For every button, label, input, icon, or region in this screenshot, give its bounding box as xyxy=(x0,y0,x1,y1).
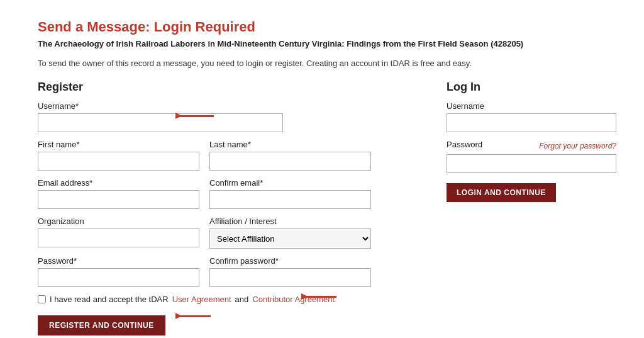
organization-group: Organization xyxy=(38,217,199,249)
confirm-email-group: Confirm email* xyxy=(209,178,371,209)
login-section: Log In Username Password Forgot your pas… xyxy=(447,81,616,335)
login-username-input[interactable] xyxy=(447,113,616,132)
organization-input[interactable] xyxy=(38,228,199,247)
page-title: Send a Message: Login Required xyxy=(38,19,606,35)
agreement-arrow xyxy=(302,296,336,298)
affiliation-group: Affiliation / Interest Select Affiliatio… xyxy=(209,217,371,249)
page-subtitle: The Archaeology of Irish Railroad Labore… xyxy=(38,39,606,48)
confirm-password-group: Confirm password* xyxy=(209,256,371,287)
email-row: Email address* Confirm email* xyxy=(38,178,371,209)
lastname-input[interactable] xyxy=(209,152,371,171)
register-btn-container: REGISTER AND CONTINUE xyxy=(38,309,165,335)
register-arrow-line xyxy=(176,315,211,317)
agreement-arrowhead xyxy=(301,293,308,300)
confirm-password-input[interactable] xyxy=(209,268,371,287)
agreement-checkbox[interactable] xyxy=(38,295,46,303)
login-title: Log In xyxy=(447,81,616,94)
agreement-container: I have read and accept the tDAR User Agr… xyxy=(38,295,371,335)
affiliation-label: Affiliation / Interest xyxy=(209,217,371,226)
login-password-header: Password Forgot your password? xyxy=(447,140,616,152)
agreement-row: I have read and accept the tDAR User Agr… xyxy=(38,295,371,304)
page-intro: To send the owner of this record a messa… xyxy=(38,59,606,68)
register-arrow xyxy=(176,315,211,317)
affiliation-select[interactable]: Select Affiliation Student Professional … xyxy=(209,228,371,249)
password-label: Password* xyxy=(38,256,199,266)
lastname-group: Last name* xyxy=(209,140,371,171)
page-title-highlight: Login Required xyxy=(154,19,255,35)
login-password-label: Password xyxy=(447,140,482,149)
firstname-input[interactable] xyxy=(38,152,199,171)
confirm-email-label: Confirm email* xyxy=(209,178,371,188)
firstname-label: First name* xyxy=(38,140,199,149)
login-password-group: Password Forgot your password? xyxy=(447,140,616,173)
email-group: Email address* xyxy=(38,178,199,209)
login-password-input[interactable] xyxy=(447,154,616,173)
register-arrowhead xyxy=(175,313,182,319)
password-group: Password* xyxy=(38,256,199,287)
lastname-label: Last name* xyxy=(209,140,371,149)
register-section: Register Username* First name* Last name… xyxy=(38,81,371,335)
login-button[interactable]: LOGIN AND CONTINUE xyxy=(447,183,556,202)
password-row: Password* Confirm password* xyxy=(38,256,371,287)
email-label: Email address* xyxy=(38,178,199,188)
name-row: First name* Last name* xyxy=(38,140,371,171)
forgot-password-link[interactable]: Forgot your password? xyxy=(539,142,616,150)
login-username-label: Username xyxy=(447,101,616,111)
register-title: Register xyxy=(38,81,371,94)
confirm-email-input[interactable] xyxy=(209,190,371,209)
arrow-left-icon xyxy=(176,115,214,117)
confirm-password-label: Confirm password* xyxy=(209,256,371,266)
password-input[interactable] xyxy=(38,268,199,287)
username-arrow-indicator xyxy=(176,115,214,117)
agreement-text-static: I have read and accept the tDAR xyxy=(50,295,169,304)
organization-label: Organization xyxy=(38,217,199,226)
user-agreement-link[interactable]: User Agreement xyxy=(172,295,231,304)
org-affiliation-row: Organization Affiliation / Interest Sele… xyxy=(38,217,371,249)
login-username-group: Username xyxy=(447,101,616,132)
firstname-group: First name* xyxy=(38,140,199,171)
agreement-arrow-line xyxy=(302,296,336,298)
and-text: and xyxy=(235,295,249,304)
username-input[interactable] xyxy=(38,113,283,132)
username-label: Username* xyxy=(38,101,371,111)
email-input[interactable] xyxy=(38,190,199,209)
register-button[interactable]: REGISTER AND CONTINUE xyxy=(38,315,165,335)
username-row: Username* xyxy=(38,101,371,132)
page-title-static: Send a Message: xyxy=(38,19,154,35)
